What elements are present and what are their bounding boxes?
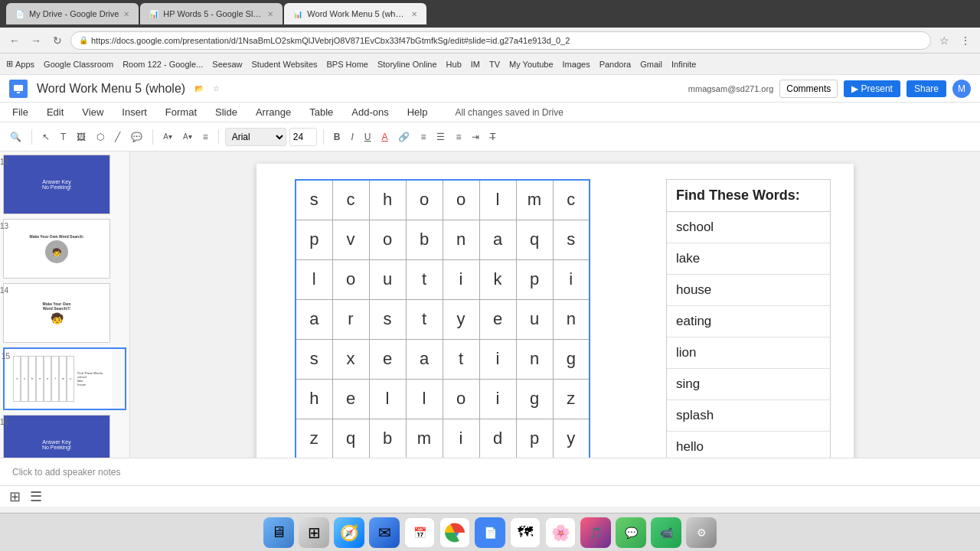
- bookmark-gmail[interactable]: Gmail: [640, 60, 662, 69]
- menu-view[interactable]: View: [79, 105, 106, 119]
- grid-cell[interactable]: s: [296, 180, 332, 220]
- facetime-icon[interactable]: 📹: [651, 517, 681, 548]
- text-color-button[interactable]: A▾: [179, 130, 196, 143]
- present-button[interactable]: ▶ Present: [844, 80, 900, 97]
- word-search-grid[interactable]: schoolmcpvobnaqsloutikpiarstyeunsxeating…: [295, 179, 590, 458]
- menu-slide[interactable]: Slide: [212, 105, 240, 119]
- menu-insert[interactable]: Insert: [119, 105, 150, 119]
- grid-cell[interactable]: p: [296, 220, 332, 259]
- list-button[interactable]: ☰: [433, 129, 449, 145]
- grid-cell[interactable]: r: [332, 299, 369, 339]
- bg-color-button[interactable]: A▾: [159, 130, 176, 143]
- grid-cell[interactable]: i: [553, 259, 590, 299]
- slide-canvas[interactable]: schoolmcpvobnaqsloutikpiarstyeunsxeating…: [256, 164, 854, 458]
- back-button[interactable]: ←: [6, 32, 23, 49]
- grid-cell[interactable]: o: [443, 379, 479, 419]
- bookmark-button[interactable]: ☆: [936, 32, 952, 49]
- tab-drive[interactable]: 📄 My Drive - Google Drive ✕: [6, 3, 139, 24]
- drive-icon[interactable]: 📂: [194, 84, 204, 93]
- bookmark-im[interactable]: IM: [471, 60, 480, 69]
- grid-cell[interactable]: i: [443, 419, 479, 458]
- menu-edit[interactable]: Edit: [44, 105, 67, 119]
- grid-cell[interactable]: g: [553, 339, 590, 379]
- reload-button[interactable]: ↻: [49, 32, 66, 49]
- grid-cell[interactable]: e: [479, 299, 516, 339]
- font-select[interactable]: Arial: [225, 128, 286, 146]
- bookmark-storyline[interactable]: Storyline Online: [377, 60, 437, 69]
- grid-cell[interactable]: e: [332, 379, 369, 419]
- grid-cell[interactable]: q: [516, 220, 553, 259]
- avatar[interactable]: M: [952, 80, 971, 98]
- clear-format-button[interactable]: T̶: [486, 129, 499, 145]
- bookmark-classroom[interactable]: Google Classroom: [44, 60, 113, 69]
- grid-cell[interactable]: l: [369, 379, 406, 419]
- docs-icon[interactable]: 📄: [475, 517, 505, 548]
- grid-cell[interactable]: e: [369, 339, 406, 379]
- grid-cell[interactable]: o: [332, 259, 369, 299]
- grid-cell[interactable]: l: [406, 379, 443, 419]
- grid-cell[interactable]: y: [553, 419, 590, 458]
- grid-cell[interactable]: c: [553, 180, 590, 220]
- indent-button[interactable]: ⇥: [468, 129, 483, 145]
- menu-addons[interactable]: Add-ons: [348, 105, 391, 119]
- bookmark-youtube[interactable]: My Youtube: [509, 60, 554, 69]
- grid-cell[interactable]: n: [516, 339, 553, 379]
- grid-cell[interactable]: b: [406, 220, 443, 259]
- forward-button[interactable]: →: [28, 32, 44, 49]
- slide-thumb-12[interactable]: 12 Answer KeyNo Peeking!: [3, 155, 126, 214]
- comment-tool[interactable]: 💬: [127, 129, 146, 145]
- underline-button[interactable]: U: [361, 129, 375, 145]
- bookmark-images[interactable]: Images: [563, 60, 590, 69]
- grid-cell[interactable]: m: [406, 419, 443, 458]
- grid-cell[interactable]: t: [406, 299, 443, 339]
- slide-thumb-16[interactable]: 16 Answer KeyNo Peeking!: [3, 415, 126, 458]
- grid-cell[interactable]: n: [443, 220, 479, 259]
- menu-format[interactable]: Format: [162, 105, 200, 119]
- bookmark-apps[interactable]: ⊞ Apps: [6, 59, 34, 69]
- bookmark-infinite[interactable]: Infinite: [671, 60, 696, 69]
- grid-cell[interactable]: q: [332, 419, 369, 458]
- grid-cell[interactable]: h: [296, 379, 332, 419]
- settings-button[interactable]: ⋮: [957, 32, 974, 49]
- grid-cell[interactable]: t: [406, 259, 443, 299]
- grid-cell[interactable]: n: [553, 299, 590, 339]
- grid-cell[interactable]: u: [516, 299, 553, 339]
- launchpad-icon[interactable]: ⊞: [299, 517, 329, 548]
- bookmark-hub[interactable]: Hub: [446, 60, 462, 69]
- slide-thumb-14[interactable]: 14 Make Your OwnWord Search!!! 🧒: [3, 283, 126, 343]
- safari-icon[interactable]: 🧭: [334, 517, 364, 548]
- chrome-icon[interactable]: [439, 517, 470, 548]
- grid-cell[interactable]: a: [406, 339, 443, 379]
- grid-cell[interactable]: i: [479, 339, 516, 379]
- grid-cell[interactable]: u: [369, 259, 406, 299]
- settings-icon[interactable]: ⚙: [686, 517, 717, 548]
- cursor-tool[interactable]: ↖: [38, 129, 54, 145]
- zoom-button[interactable]: 🔍: [6, 129, 25, 145]
- grid-cell[interactable]: k: [479, 259, 516, 299]
- grid-cell[interactable]: h: [369, 180, 406, 220]
- bookmark-bps-home[interactable]: BPS Home: [327, 60, 368, 69]
- music-icon[interactable]: 🎵: [580, 517, 611, 548]
- numbered-list-button[interactable]: ≡: [452, 129, 465, 145]
- grid-cell[interactable]: o: [369, 220, 406, 259]
- bookmark-student-websites[interactable]: Student Websites: [251, 60, 317, 69]
- speaker-notes[interactable]: Click to add speaker notes: [0, 458, 980, 485]
- tab-hp-words[interactable]: 📊 HP Words 5 - Google Slides ✕: [140, 3, 283, 24]
- grid-cell[interactable]: o: [443, 180, 479, 220]
- grid-cell[interactable]: o: [406, 180, 443, 220]
- image-tool[interactable]: 🖼: [73, 129, 90, 145]
- bookmark-seesaw[interactable]: Seesaw: [212, 60, 242, 69]
- grid-cell[interactable]: v: [332, 220, 369, 259]
- grid-cell[interactable]: g: [516, 379, 553, 419]
- list-view-button[interactable]: ☰: [30, 488, 42, 505]
- grid-cell[interactable]: y: [443, 299, 479, 339]
- grid-cell[interactable]: b: [369, 419, 406, 458]
- shape-tool[interactable]: ⬡: [93, 129, 108, 145]
- mail-icon[interactable]: ✉: [369, 517, 400, 548]
- italic-button[interactable]: I: [347, 129, 357, 145]
- grid-cell[interactable]: z: [553, 379, 590, 419]
- text-tool[interactable]: T: [57, 129, 70, 145]
- grid-cell[interactable]: p: [516, 259, 553, 299]
- star-icon[interactable]: ☆: [213, 84, 220, 93]
- grid-cell[interactable]: s: [369, 299, 406, 339]
